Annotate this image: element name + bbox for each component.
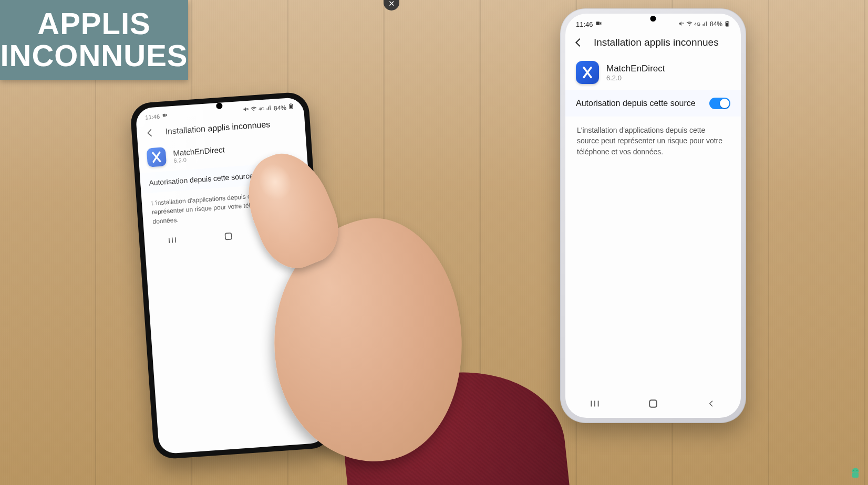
- battery-text: 84%: [710, 20, 722, 28]
- app-version: 6.2.0: [606, 74, 665, 82]
- back-button[interactable]: [573, 37, 584, 48]
- mute-icon: [243, 106, 250, 114]
- android-nav-bar: [565, 393, 741, 418]
- status-time: 11:46: [576, 20, 593, 28]
- svg-rect-0: [162, 114, 166, 117]
- nav-recents-button[interactable]: [589, 399, 601, 408]
- battery-text: 84%: [273, 103, 286, 112]
- svg-rect-15: [726, 23, 728, 26]
- page-title: Installation applis inconnues: [594, 37, 719, 48]
- overlay-title-line1: APPLIS: [37, 8, 151, 40]
- signal-icon: [265, 104, 272, 113]
- overlay-title-line2: INCONNUES: [0, 40, 188, 72]
- page-title: Installation applis inconnues: [165, 120, 271, 136]
- network-4g-text: 4G: [694, 22, 700, 27]
- app-info-row: MatchEnDirect 6.2.0: [565, 56, 741, 90]
- signal-icon: [702, 20, 708, 28]
- svg-rect-19: [649, 400, 657, 407]
- battery-icon: [724, 20, 730, 28]
- camera-hole-icon: [650, 16, 656, 22]
- svg-rect-5: [290, 105, 292, 108]
- app-name: MatchEnDirect: [606, 64, 665, 74]
- nav-home-button[interactable]: [222, 232, 234, 241]
- svg-rect-4: [290, 103, 291, 104]
- svg-line-8: [175, 237, 176, 242]
- wifi-icon: [686, 20, 693, 28]
- svg-rect-22: [852, 472, 859, 478]
- nav-back-button[interactable]: [278, 228, 291, 237]
- svg-line-7: [172, 238, 173, 243]
- svg-point-20: [853, 470, 854, 471]
- nav-back-button[interactable]: [706, 399, 717, 408]
- back-button[interactable]: [144, 126, 156, 139]
- nav-home-button[interactable]: [647, 399, 659, 408]
- svg-rect-9: [225, 233, 232, 240]
- toggle-label: Autorisation depuis cette source: [149, 171, 254, 187]
- recording-icon: [162, 112, 168, 120]
- recording-icon: [595, 20, 602, 28]
- phone-right-screen: 11:46 4G 84%: [565, 14, 741, 418]
- phone-mockup-right: 11:46 4G 84%: [560, 8, 746, 423]
- toggle-switch[interactable]: [709, 98, 730, 109]
- app-icon: [147, 147, 167, 167]
- toggle-switch[interactable]: [282, 167, 300, 178]
- svg-rect-10: [596, 22, 600, 25]
- allow-source-toggle-row[interactable]: Autorisation depuis cette source: [565, 90, 741, 117]
- svg-rect-14: [727, 21, 728, 22]
- nav-recents-button[interactable]: [167, 236, 179, 245]
- close-icon: ✕: [388, 0, 395, 7]
- svg-point-21: [856, 470, 857, 471]
- svg-line-6: [169, 238, 170, 243]
- battery-icon: [287, 103, 294, 111]
- status-time: 11:46: [145, 113, 160, 120]
- toggle-label: Autorisation depuis cette source: [576, 99, 696, 108]
- app-icon: [576, 61, 599, 84]
- network-4g-text: 4G: [259, 107, 264, 112]
- overlay-title-badge: APPLIS INCONNUES: [0, 0, 188, 80]
- wifi-icon: [251, 106, 257, 114]
- phone-left-screen: 11:46 4G 84%: [135, 97, 327, 455]
- mute-icon: [678, 20, 685, 28]
- physical-phone-left: 11:46 4G 84%: [130, 91, 333, 460]
- android-watermark-icon: [849, 467, 862, 480]
- warning-text: L'installation d'applications depuis cet…: [565, 117, 741, 165]
